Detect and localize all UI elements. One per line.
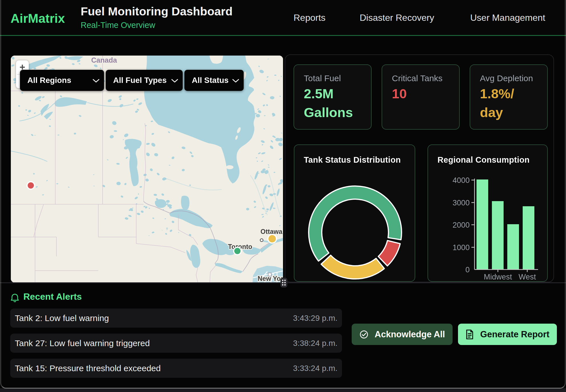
svg-text:West: West [518, 273, 536, 281]
svg-text:1000: 1000 [453, 243, 470, 252]
svg-text:Midwest: Midwest [484, 273, 512, 281]
svg-text:0: 0 [465, 266, 470, 274]
svg-text:2000: 2000 [453, 221, 470, 229]
svg-text:Canada: Canada [91, 56, 117, 64]
svg-text:New York: New York [258, 275, 283, 282]
svg-text:4000: 4000 [453, 176, 470, 185]
svg-text:3000: 3000 [453, 199, 470, 207]
